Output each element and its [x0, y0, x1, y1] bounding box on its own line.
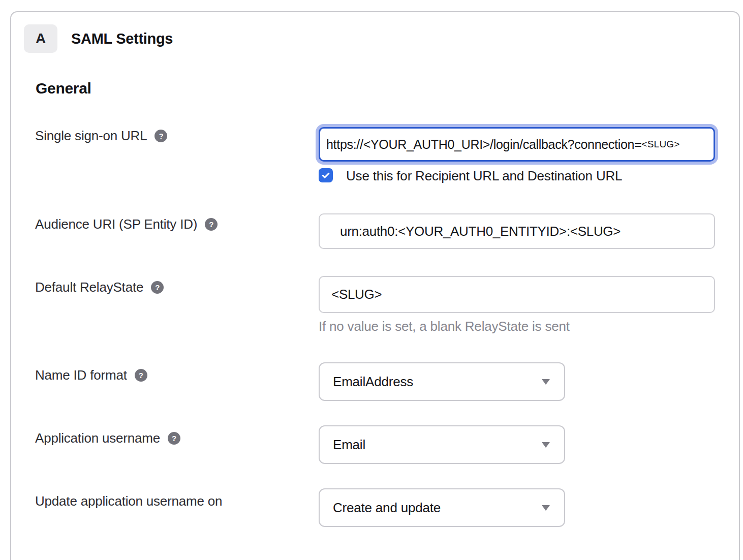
caret-down-icon	[542, 379, 550, 385]
sso-url-value-slug: <SLUG>	[641, 139, 679, 150]
application-username-value: Email	[333, 437, 365, 453]
application-username-help-icon[interactable]: ?	[168, 432, 180, 445]
relaystate-label-row: Default RelayState ?	[35, 279, 164, 295]
update-username-select[interactable]: Create and update	[319, 488, 565, 527]
name-id-format-label: Name ID format	[35, 367, 127, 383]
default-relaystate-value: <SLUG>	[331, 287, 382, 302]
checkmark-icon	[321, 170, 331, 180]
panel-title: SAML Settings	[71, 30, 173, 47]
default-relaystate-input[interactable]: <SLUG>	[319, 276, 715, 313]
application-username-label: Application username	[35, 430, 160, 446]
caret-down-icon	[542, 505, 550, 511]
caret-down-icon	[542, 442, 550, 448]
update-username-value: Create and update	[333, 500, 441, 516]
name-id-format-label-row: Name ID format ?	[35, 367, 147, 383]
application-username-select[interactable]: Email	[319, 425, 565, 464]
audience-uri-label-row: Audience URI (SP Entity ID) ?	[35, 216, 218, 232]
update-username-label: Update application username on	[35, 493, 222, 509]
saml-settings-page: A SAML Settings General Single sign-on U…	[0, 0, 743, 560]
sso-url-help-icon[interactable]: ?	[154, 130, 167, 142]
relaystate-hint: If no value is set, a blank RelayState i…	[319, 319, 570, 334]
name-id-format-select[interactable]: EmailAddress	[319, 362, 565, 401]
sso-url-input[interactable]: https://<YOUR_AUTH0_URI>/login/callback?…	[319, 127, 715, 162]
relaystate-label: Default RelayState	[35, 279, 143, 295]
audience-uri-help-icon[interactable]: ?	[205, 218, 218, 231]
sso-url-label: Single sign-on URL	[35, 128, 147, 144]
name-id-format-value: EmailAddress	[333, 374, 413, 390]
recipient-url-checkbox[interactable]	[319, 168, 333, 182]
audience-uri-label: Audience URI (SP Entity ID)	[35, 216, 197, 232]
application-username-label-row: Application username ?	[35, 430, 180, 446]
sso-url-label-row: Single sign-on URL ?	[35, 128, 167, 144]
audience-uri-value: urn:auth0:<YOUR_AUTH0_ENTITYID>:<SLUG>	[340, 224, 621, 239]
update-username-label-row: Update application username on	[35, 493, 222, 509]
step-a-badge: A	[24, 24, 57, 53]
sso-url-value: https://<YOUR_AUTH0_URI>/login/callback?…	[326, 137, 641, 152]
section-heading-general: General	[36, 80, 91, 97]
relaystate-help-icon[interactable]: ?	[151, 281, 164, 294]
recipient-url-checkbox-label: Use this for Recipient URL and Destinati…	[346, 168, 622, 184]
name-id-format-help-icon[interactable]: ?	[135, 369, 147, 382]
audience-uri-input[interactable]: urn:auth0:<YOUR_AUTH0_ENTITYID>:<SLUG>	[319, 213, 715, 249]
step-a-badge-label: A	[36, 30, 46, 47]
